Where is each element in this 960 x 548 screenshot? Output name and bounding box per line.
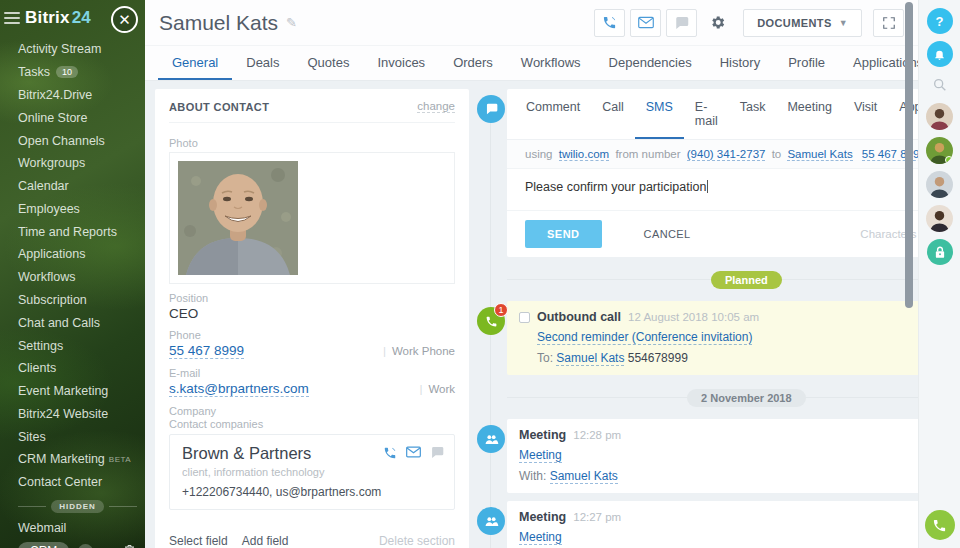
send-button[interactable]: SEND <box>525 220 602 248</box>
company-email-icon[interactable] <box>406 446 421 460</box>
email-button[interactable] <box>630 9 661 37</box>
sms-message-input[interactable]: Please confirm your participation <box>507 169 918 211</box>
avatar[interactable] <box>926 171 953 198</box>
search-icon[interactable] <box>932 77 948 93</box>
select-field-link[interactable]: Select field <box>169 534 228 548</box>
sidebar-item-open-channels[interactable]: Open Channels <box>18 129 145 152</box>
expand-view-button[interactable] <box>873 9 904 37</box>
sidebar-item-contact-center[interactable]: Contact Center <box>18 471 145 494</box>
help-icon[interactable]: ? <box>927 8 953 34</box>
chat-button[interactable] <box>666 9 697 37</box>
sidebar-item-subscription[interactable]: Subscription <box>18 289 145 312</box>
sidebar-item-sites[interactable]: Sites <box>18 425 145 448</box>
phone-value-link[interactable]: 55 467 8999 <box>169 343 244 359</box>
email-type[interactable]: Work <box>428 383 455 395</box>
composer-tab-meeting[interactable]: Meeting <box>776 89 842 139</box>
sidebar-item-crm[interactable]: CRM <box>18 542 69 548</box>
from-number-label: from number <box>615 148 680 160</box>
company-card: Brown & Partners client, information tec… <box>169 434 455 510</box>
sms-icon <box>477 95 505 123</box>
call-button[interactable] <box>594 9 625 37</box>
contact-photo[interactable] <box>169 152 455 284</box>
telephony-call-icon[interactable] <box>925 510 955 540</box>
sidebar-item-settings[interactable]: Settings <box>18 334 145 357</box>
composer-tab-sms[interactable]: SMS <box>635 89 684 139</box>
tab-invoices[interactable]: Invoices <box>363 46 439 80</box>
company-call-icon[interactable] <box>383 446 397 460</box>
composer-tab-visit[interactable]: Visit <box>843 89 888 139</box>
meeting-subject-link[interactable]: Meeting <box>519 448 562 463</box>
sidebar-item-chat-and-calls[interactable]: Chat and Calls <box>18 311 145 334</box>
meeting-time: 12:28 pm <box>573 429 621 441</box>
sidebar-item-time-and-reports[interactable]: Time and Reports <box>18 220 145 243</box>
company-meta: client, information technology <box>182 466 442 478</box>
date-badge: 2 November 2018 <box>687 389 806 407</box>
meeting-entry: Meeting 12:27 pm Meeting With: Samuel Ka… <box>507 501 918 548</box>
tab-workflows[interactable]: Workflows <box>507 46 595 80</box>
sidebar-item-event-marketing[interactable]: Event Marketing <box>18 380 145 403</box>
cancel-button[interactable]: CANCEL <box>644 228 691 240</box>
trash-icon[interactable] <box>124 542 135 548</box>
tab-history[interactable]: History <box>706 46 774 80</box>
composer-tab-task[interactable]: Task <box>729 89 777 139</box>
email-value-link[interactable]: s.kats@brpartners.com <box>169 381 309 397</box>
chevron-down-icon: ▼ <box>839 18 848 28</box>
tab-deals[interactable]: Deals <box>232 46 293 80</box>
email-label: E-mail <box>169 367 455 379</box>
recipient-name-link[interactable]: Samuel Kats <box>787 148 852 161</box>
avatar[interactable] <box>926 137 953 164</box>
call-checkbox[interactable] <box>519 312 530 323</box>
meeting-person-link[interactable]: Samuel Kats <box>550 469 618 484</box>
delete-section-link[interactable]: Delete section <box>379 534 455 548</box>
sidebar-item-crm-marketing[interactable]: CRM MarketingBETA <box>18 448 145 471</box>
composer-tab-email[interactable]: E-mail <box>684 89 729 139</box>
settings-gear-icon[interactable] <box>702 9 732 37</box>
sidebar-item-employees[interactable]: Employees <box>18 197 145 220</box>
sidebar-item-bitrix24-website[interactable]: Bitrix24 Website <box>18 403 145 426</box>
sidebar-item-applications[interactable]: Applications <box>18 243 145 266</box>
documents-dropdown-button[interactable]: DOCUMENTS▼ <box>743 9 862 37</box>
notifications-bell-icon[interactable] <box>927 41 953 67</box>
about-change-link[interactable]: change <box>417 100 455 113</box>
sidebar-item-online-store[interactable]: Online Store <box>18 106 145 129</box>
meeting-title: Meeting <box>519 510 566 524</box>
tab-profile[interactable]: Profile <box>774 46 839 80</box>
tab-general[interactable]: General <box>158 46 232 80</box>
restricted-lock-icon[interactable] <box>927 239 953 265</box>
call-subject-link[interactable]: Second reminder (Conference invitation) <box>537 330 752 345</box>
edit-title-icon[interactable]: ✎ <box>286 15 297 30</box>
tab-quotes[interactable]: Quotes <box>294 46 364 80</box>
composer-tab-comment[interactable]: Comment <box>515 89 591 139</box>
avatar[interactable] <box>926 205 953 232</box>
sidebar-item-tasks[interactable]: Tasks10 <box>18 61 145 84</box>
text-cursor <box>707 180 708 193</box>
close-menu-button[interactable]: ✕ <box>111 6 138 33</box>
phone-type[interactable]: Work Phone <box>392 345 455 357</box>
meeting-icon <box>477 425 505 453</box>
avatar[interactable] <box>926 103 953 130</box>
tab-orders[interactable]: Orders <box>439 46 507 80</box>
sidebar-item-workflows[interactable]: Workflows <box>18 266 145 289</box>
tab-dependencies[interactable]: Dependencies <box>595 46 706 80</box>
composer-tab-call[interactable]: Call <box>591 89 635 139</box>
sidebar-item-calendar[interactable]: Calendar <box>18 175 145 198</box>
menu-hamburger-icon[interactable] <box>4 12 20 24</box>
company-chat-icon[interactable] <box>430 446 444 460</box>
sidebar-item-activity-stream[interactable]: Activity Stream <box>18 38 145 61</box>
from-number-link[interactable]: (940) 341-2737 <box>687 148 766 161</box>
call-title: Outbound call <box>537 310 621 324</box>
add-field-link[interactable]: Add field <box>242 534 289 548</box>
sidebar-item-bitrix24-drive[interactable]: Bitrix24.Drive <box>18 84 145 107</box>
call-recipient-link[interactable]: Samuel Kats <box>556 351 624 366</box>
app-logo[interactable]: Bitrix24 <box>25 8 91 28</box>
planned-badge: Planned <box>711 271 782 289</box>
sidebar-item-workgroups[interactable]: Workgroups <box>18 152 145 175</box>
vertical-scrollbar[interactable] <box>905 2 913 308</box>
sms-provider-link[interactable]: twilio.com <box>559 148 609 161</box>
unread-count-badge: 1 <box>494 303 508 317</box>
hidden-items-divider: HIDDEN <box>18 500 145 513</box>
meeting-subject-link[interactable]: Meeting <box>519 530 562 545</box>
sidebar-item-clients[interactable]: Clients <box>18 357 145 380</box>
sidebar-item-webmail[interactable]: Webmail <box>18 517 145 540</box>
composer-tab-applications[interactable]: Applications <box>888 89 918 139</box>
